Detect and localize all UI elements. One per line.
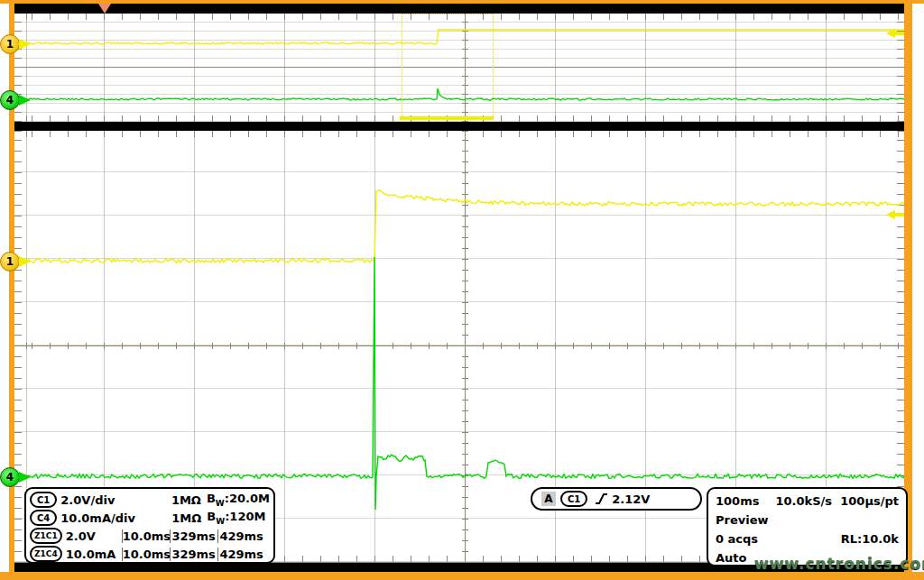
view-separator-bar [14,122,904,131]
zoom-reference-arrow-icon [886,210,904,219]
badge-label: 4 [6,94,14,106]
c1-readout-row[interactable]: C1 2.0V/div 1MΩ BW:20.0M [30,491,270,509]
z1c1-time1: 10.0ms [122,529,170,543]
sample-rate: 10.0kS/s [775,494,832,508]
channel-readout-box[interactable]: C1 2.0V/div 1MΩ BW:20.0M C4 10.0mA/div 1… [24,487,275,564]
record-length: RL:10.0k [841,532,899,546]
z1c4-readout-row[interactable]: Z1C4 10.0mA 10.0ms 329ms 429ms [30,545,270,563]
z1c1-label[interactable]: Z1C1 [30,528,62,544]
rising-edge-icon [595,492,608,506]
c4-scale: 10.0mA/div [60,511,154,525]
oscilloscope-screen: 1 4 1 4 C1 2.0V/div 1MΩ BW:20.0M C4 10.0… [0,0,924,580]
c1-scale: 2.0V/div [60,493,154,507]
trace-arrow-icon [19,256,31,267]
zoom-window-box[interactable] [402,14,494,118]
z1c4-label[interactable]: Z1C4 [30,546,62,562]
c1-label[interactable]: C1 [30,492,57,508]
trigger-a-label: A [541,492,556,506]
channel-badge-c1-overview[interactable]: 1 [0,34,20,54]
z1c1-time3: 429ms [217,529,265,543]
badge-label: 1 [6,255,14,268]
watermark: www.cntronics.com [754,555,924,573]
timebase: 100ms [716,494,759,508]
resolution: 100µs/pt [840,494,899,508]
c4-impedance: 1MΩ [154,511,201,525]
trigger-source[interactable]: C1 [560,491,587,507]
bezel-bottom [0,572,924,580]
z1c4-time3: 429ms [217,548,265,561]
badge-label: 1 [6,38,14,51]
z1c1-time2: 329ms [170,529,217,543]
c1-bandwidth: BW:20.0M [207,492,270,508]
acq-status: Preview [716,513,769,527]
channel-badge-c4-overview[interactable]: 4 [0,90,20,110]
z1c1-scale: 2.0V [66,529,122,543]
trace-arrow-icon [19,472,31,483]
trigger-level: 2.12V [612,493,650,506]
trigger-readout-box[interactable]: A C1 2.12V [531,487,702,511]
bezel-right [904,4,912,572]
trace-arrow-icon [19,39,31,50]
c4-bandwidth: BW:120M [207,510,265,526]
c4-label[interactable]: C4 [30,510,57,526]
trace-arrow-icon [19,95,31,106]
z1c4-time1: 10.0ms [122,548,170,561]
z1c4-scale: 10.0mA [66,548,122,561]
trigger-position-icon[interactable] [98,4,111,14]
c1-impedance: 1MΩ [154,493,201,507]
z1c4-time2: 329ms [170,548,217,561]
record-view-bar [14,4,904,14]
channel-badge-c4-main[interactable]: 4 [0,467,20,487]
trigger-mode: Auto [716,551,746,565]
channel-badge-c1-main[interactable]: 1 [0,252,20,272]
z1c1-readout-row[interactable]: Z1C1 2.0V 10.0ms 329ms 429ms [30,527,270,545]
acq-count: 0 acqs [716,532,758,546]
c4-readout-row[interactable]: C4 10.0mA/div 1MΩ BW:120M [30,509,270,527]
overview-graticule [14,14,904,122]
badge-label: 4 [6,471,14,483]
zoom-window-bar[interactable] [400,116,494,120]
